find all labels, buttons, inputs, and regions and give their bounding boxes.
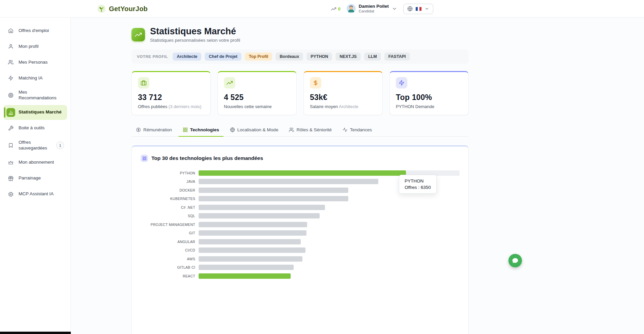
bar[interactable]: [199, 222, 307, 227]
bar[interactable]: [199, 196, 348, 201]
tab-label: Tendances: [350, 127, 372, 132]
tab-localisation-mode[interactable]: Localisation & Mode: [226, 124, 283, 136]
bar-row-kubernetes: KUBERNETES: [141, 195, 460, 203]
bar[interactable]: [199, 273, 291, 279]
sidebar-item-label: Offres d'emploi: [19, 28, 49, 34]
bar-track[interactable]: [199, 273, 460, 279]
user-menu[interactable]: Damien Pollet Candidat: [347, 4, 397, 14]
stat-card-demande: Top 100%PYTHON Demande: [389, 71, 469, 115]
sidebar-item-label: Mes Personas: [19, 60, 48, 65]
trending-up-icon: [135, 31, 142, 38]
globe-icon: [407, 6, 413, 11]
bar-label: AWS: [141, 257, 199, 261]
language-selector[interactable]: [403, 4, 433, 14]
bar-track[interactable]: [199, 265, 460, 270]
bar[interactable]: [199, 247, 305, 253]
brand-logo[interactable]: GetYourJob: [97, 0, 148, 18]
bar[interactable]: [199, 170, 406, 176]
bar-label: REACT: [141, 274, 199, 278]
tab-tendances[interactable]: Tendances: [338, 124, 376, 136]
sidebar-item-icon: [6, 26, 15, 35]
bar-row-ci-cd: CI/CD: [141, 246, 460, 255]
bar-label: JAVA: [141, 179, 199, 183]
bar-track[interactable]: [199, 205, 460, 210]
sidebar-item-matching-ia[interactable]: Matching IA: [3, 71, 67, 86]
bar-track[interactable]: [199, 222, 460, 227]
tab-r-mun-ration[interactable]: Rémunération: [131, 124, 176, 136]
bar-track[interactable]: [199, 213, 460, 219]
profile-chip-next-js: NEXT.JS: [335, 53, 361, 61]
tab-technologies[interactable]: Technologies: [178, 124, 224, 136]
sidebar-item-mon-profil[interactable]: Mon profil: [3, 39, 67, 54]
avatar-illustration: [347, 4, 356, 13]
chart-icon: [8, 110, 13, 115]
sidebar-item-boite-a-outils[interactable]: Boite à outils: [3, 121, 67, 136]
stat-icon-wrap: [138, 77, 149, 89]
profile-chip-fastapi: FASTAPI: [384, 53, 410, 61]
tab-label: Technologies: [190, 127, 219, 132]
coins-icon: [136, 127, 141, 132]
bar[interactable]: [199, 205, 325, 210]
sidebar-item-icon: [6, 91, 15, 100]
sidebar-item-parrainage[interactable]: Parrainage: [3, 171, 67, 186]
bar-track[interactable]: [199, 239, 460, 244]
notification-count: 0: [338, 6, 340, 11]
stat-label: Nouvelles cette semaine: [224, 104, 290, 109]
user-icon: [8, 44, 13, 49]
bar-label: DOCKER: [141, 188, 199, 192]
sidebar-item-mes-personas[interactable]: Mes Personas: [3, 55, 67, 70]
sidebar-item-label: Offres sauvegardées: [19, 140, 53, 151]
chart-card: Top 30 des technologies les plus demandé…: [131, 145, 469, 334]
stat-label: Salaire moyen Architecte: [310, 104, 376, 109]
profile-chip-chef-de-projet: Chef de Projet: [205, 53, 241, 61]
bar[interactable]: [199, 265, 294, 270]
tab-label: Rôles & Séniorité: [296, 127, 331, 132]
stat-value: 53k€: [310, 93, 376, 102]
bar[interactable]: [199, 188, 348, 193]
chat-widget-button[interactable]: [508, 254, 522, 267]
stat-value: 33 712: [138, 93, 204, 102]
users-icon: [289, 127, 294, 132]
sidebar-item-mcp-assistant-ia[interactable]: MCP Assistant IA: [3, 187, 67, 202]
french-flag-icon: [415, 7, 422, 11]
cpu-icon: [8, 192, 13, 197]
bar-track[interactable]: [199, 196, 460, 201]
stat-icon-wrap: [224, 77, 235, 89]
stat-card-offres-publiees: 33 712Offres publiées (3 derniers mois): [131, 71, 211, 115]
tab-r-les-s-niorit[interactable]: Rôles & Séniorité: [285, 124, 336, 136]
sidebar-item-offres-emploi[interactable]: Offres d'emploi: [3, 23, 67, 38]
sidebar-item-icon: [6, 42, 15, 51]
bar-row-c-net: C# .NET: [141, 203, 460, 212]
bar[interactable]: [199, 230, 306, 236]
user-name: Damien Pollet: [359, 4, 389, 9]
stat-value: 4 525: [224, 93, 290, 102]
bar[interactable]: [199, 239, 301, 244]
bar-track[interactable]: [199, 256, 460, 262]
main-area: Statistiques Marché Statistiques personn…: [71, 18, 644, 334]
bar[interactable]: [199, 213, 320, 219]
sidebar-item-mon-abonnement[interactable]: Mon abonnement: [3, 155, 67, 170]
bar[interactable]: [199, 256, 302, 262]
brand-name: GetYourJob: [109, 5, 148, 13]
sidebar-item-offres-sauvegardees[interactable]: Offres sauvegardées1: [3, 137, 67, 154]
page-header-text: Statistiques Marché Statistiques personn…: [150, 26, 240, 43]
profile-chip-bordeaux: Bordeaux: [275, 53, 303, 61]
sprout-logo-icon: [97, 4, 106, 13]
sidebar-item-statistiques-marche[interactable]: Statistiques Marché: [3, 105, 67, 120]
sidebar-item-icon: [6, 124, 15, 133]
sidebar-item-mes-recommandations[interactable]: Mes Recommandations: [3, 87, 67, 104]
bar-row-sql: SQL: [141, 212, 460, 221]
briefcase-icon: [141, 80, 147, 86]
bar-row-angular: ANGULAR: [141, 237, 460, 246]
crown-icon: [8, 160, 13, 165]
bar[interactable]: [199, 179, 378, 184]
sidebar-item-icon: [6, 158, 15, 167]
saved-count-badge: 1: [56, 141, 64, 149]
bar-label: PYTHON: [141, 171, 199, 175]
trending-up-icon: [331, 6, 336, 11]
bar-track[interactable]: [199, 230, 460, 236]
bar-track[interactable]: [199, 247, 460, 253]
bar-row-git: GIT: [141, 229, 460, 238]
sidebar-item-label: Mon profil: [19, 44, 38, 49]
market-trend-counter[interactable]: 0: [331, 6, 340, 11]
